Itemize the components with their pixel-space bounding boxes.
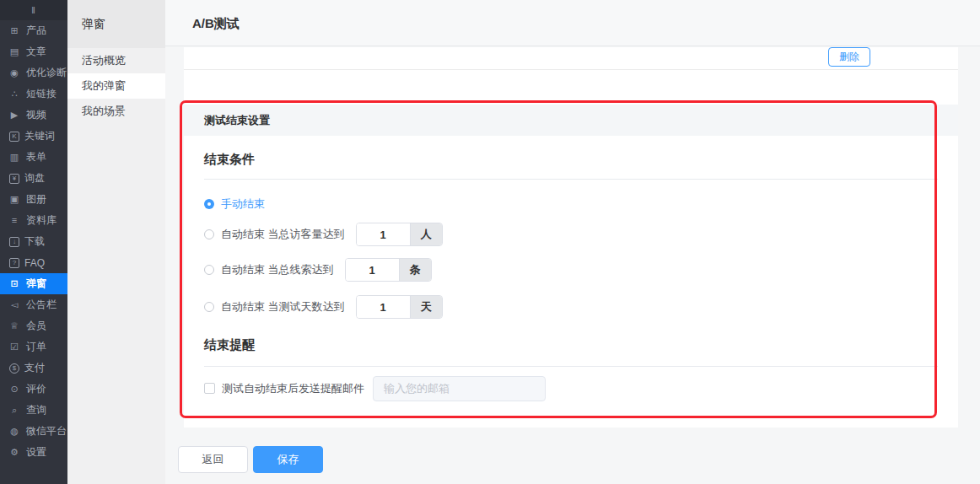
sidebar-item-downloads[interactable]: ↓下载 bbox=[0, 231, 67, 252]
settings-icon: ⚙ bbox=[8, 448, 21, 457]
shortlink-icon: ∴ bbox=[8, 89, 21, 99]
sidebar-item-label: 文章 bbox=[26, 45, 46, 59]
sidebar-item-optimization[interactable]: ◉优化诊断 bbox=[0, 62, 67, 83]
sidebar-item-payments[interactable]: $支付 bbox=[0, 358, 67, 379]
sidebar-item-keywords[interactable]: K关键词 bbox=[0, 126, 67, 147]
sidebar-item-articles[interactable]: ▤文章 bbox=[0, 41, 67, 62]
sidebar-item-label: 查询 bbox=[26, 403, 46, 417]
radio-option-label: 自动结束 当测试天数达到 bbox=[221, 299, 345, 315]
unit-label-days: 天 bbox=[410, 296, 442, 318]
visitor-count-input[interactable] bbox=[357, 223, 410, 245]
secondary-sidebar: 弹窗 活动概览 我的弹窗 我的场景 bbox=[67, 0, 165, 484]
sidebar-item-label: 短链接 bbox=[26, 87, 57, 101]
subsidebar-item-my-popups[interactable]: 我的弹窗 bbox=[67, 73, 165, 99]
panel-toolbar: 删除 bbox=[184, 47, 958, 70]
sidebar-item-label: 视频 bbox=[26, 108, 46, 122]
secondary-sidebar-title: 弹窗 bbox=[67, 0, 165, 48]
checkbox-unchecked-icon[interactable] bbox=[204, 383, 215, 394]
wechat-icon: ◍ bbox=[8, 427, 21, 436]
day-count-input-group: 天 bbox=[356, 295, 443, 319]
sidebar-item-announcements[interactable]: ◅公告栏 bbox=[0, 294, 67, 315]
grid-icon: ⊞ bbox=[8, 26, 21, 35]
subsidebar-item-activity-overview[interactable]: 活动概览 bbox=[67, 48, 165, 73]
sidebar-item-reviews[interactable]: ⊙评价 bbox=[0, 379, 67, 400]
test-end-settings-section: 测试结束设置 结束条件 手动结束 自动结束 当总访客量达到 人 bbox=[184, 105, 958, 401]
sidebar-item-label: 资料库 bbox=[26, 213, 57, 228]
radio-selected-icon[interactable] bbox=[204, 199, 214, 209]
email-input[interactable] bbox=[373, 376, 546, 401]
sidebar-item-products[interactable]: ⊞产品 bbox=[0, 20, 67, 41]
radio-icon[interactable] bbox=[204, 302, 214, 312]
sidebar-item-faq[interactable]: ?FAQ bbox=[0, 252, 67, 273]
radio-option-manual-end[interactable]: 手动结束 bbox=[204, 198, 938, 210]
form-icon: ▥ bbox=[8, 153, 21, 162]
sidebar-item-videos[interactable]: ▶视频 bbox=[0, 105, 67, 126]
end-condition-heading: 结束条件 bbox=[204, 136, 938, 180]
sidebar-item-search[interactable]: ⌕查询 bbox=[0, 400, 67, 421]
save-button[interactable]: 保存 bbox=[253, 446, 323, 473]
section-body: 结束条件 手动结束 自动结束 当总访客量达到 人 自动结束 当总线索达到 bbox=[184, 136, 958, 401]
sidebar-item-members[interactable]: ♕会员 bbox=[0, 315, 67, 336]
sidebar-item-short-links[interactable]: ∴短链接 bbox=[0, 83, 67, 105]
download-icon: ↓ bbox=[9, 237, 19, 247]
video-icon: ▶ bbox=[8, 110, 21, 120]
reminder-checkbox-label: 测试自动结束后发送提醒邮件 bbox=[222, 381, 364, 396]
page-header: A/B测试 bbox=[165, 0, 980, 46]
sidebar-item-settings[interactable]: ⚙设置 bbox=[0, 442, 67, 463]
sidebar-item-label: 弹窗 bbox=[26, 277, 46, 291]
radio-option-auto-end-days[interactable]: 自动结束 当测试天数达到 天 bbox=[204, 295, 938, 319]
sidebar-item-inquiries[interactable]: ¥询盘 bbox=[0, 168, 67, 189]
sidebar-item-library[interactable]: ≡资料库 bbox=[0, 210, 67, 231]
sidebar-item-label: FAQ bbox=[24, 257, 45, 269]
sidebar-item-albums[interactable]: ▣图册 bbox=[0, 189, 67, 210]
page-title: A/B测试 bbox=[165, 0, 980, 46]
sidebar-item-label: 图册 bbox=[26, 192, 46, 207]
radio-option-auto-end-visitors[interactable]: 自动结束 当总访客量达到 人 bbox=[204, 223, 938, 246]
keyword-icon: K bbox=[9, 132, 19, 142]
sidebar-item-label: 微信平台 bbox=[26, 424, 67, 438]
form-panel: 删除 测试结束设置 结束条件 手动结束 自动结束 当总访客量达到 人 bbox=[184, 47, 958, 428]
sidebar-item-orders[interactable]: ☑订单 bbox=[0, 336, 67, 358]
radio-option-auto-end-leads[interactable]: 自动结束 当总线索达到 条 bbox=[204, 258, 938, 282]
delete-button[interactable]: 删除 bbox=[828, 47, 870, 67]
library-icon: ≡ bbox=[8, 216, 21, 225]
payment-icon: $ bbox=[9, 363, 19, 374]
sidebar-item-popups[interactable]: ⊡弹窗 bbox=[0, 273, 67, 294]
sidebar-item-label: 支付 bbox=[24, 361, 45, 375]
radio-icon[interactable] bbox=[204, 229, 214, 239]
inquiry-icon: ¥ bbox=[9, 174, 19, 184]
sidebar-item-label: 订单 bbox=[26, 340, 46, 354]
review-icon: ⊙ bbox=[8, 385, 21, 394]
sidebar-item-label: 评价 bbox=[26, 382, 46, 396]
collapse-icon: ‖ bbox=[31, 5, 36, 15]
sidebar-collapse-button[interactable]: ‖ bbox=[0, 0, 67, 20]
lead-count-input[interactable] bbox=[346, 259, 399, 281]
unit-label-items: 条 bbox=[399, 259, 431, 281]
sidebar-item-label: 下载 bbox=[24, 234, 45, 249]
section-title: 测试结束设置 bbox=[184, 105, 958, 136]
sidebar-item-forms[interactable]: ▥表单 bbox=[0, 147, 67, 168]
reminder-email-row: 测试自动结束后发送提醒邮件 bbox=[204, 375, 938, 401]
search-icon: ⌕ bbox=[8, 406, 21, 415]
sidebar-item-label: 会员 bbox=[26, 319, 46, 333]
sidebar-item-label: 设置 bbox=[26, 445, 46, 460]
sidebar-item-label: 公告栏 bbox=[26, 298, 57, 312]
lead-count-input-group: 条 bbox=[345, 258, 432, 282]
popup-icon: ⊡ bbox=[8, 279, 21, 288]
order-icon: ☑ bbox=[8, 342, 21, 352]
visitor-count-input-group: 人 bbox=[356, 223, 443, 246]
radio-option-label: 自动结束 当总访客量达到 bbox=[221, 227, 345, 242]
announcement-icon: ◅ bbox=[8, 300, 21, 309]
radio-option-label: 自动结束 当总线索达到 bbox=[221, 262, 334, 277]
primary-sidebar: ‖ ⊞产品 ▤文章 ◉优化诊断 ∴短链接 ▶视频 K关键词 ▥表单 ¥询盘 ▣图… bbox=[0, 0, 67, 484]
sidebar-item-wechat[interactable]: ◍微信平台 bbox=[0, 421, 67, 442]
sidebar-item-label: 关键词 bbox=[24, 129, 55, 143]
radio-icon[interactable] bbox=[204, 265, 214, 275]
end-reminder-heading: 结束提醒 bbox=[204, 319, 938, 367]
sidebar-item-label: 表单 bbox=[26, 150, 46, 164]
subsidebar-item-my-scenes[interactable]: 我的场景 bbox=[67, 99, 165, 124]
back-button[interactable]: 返回 bbox=[178, 446, 248, 473]
day-count-input[interactable] bbox=[357, 296, 410, 318]
faq-icon: ? bbox=[9, 258, 19, 268]
sidebar-item-label: 产品 bbox=[26, 24, 46, 38]
